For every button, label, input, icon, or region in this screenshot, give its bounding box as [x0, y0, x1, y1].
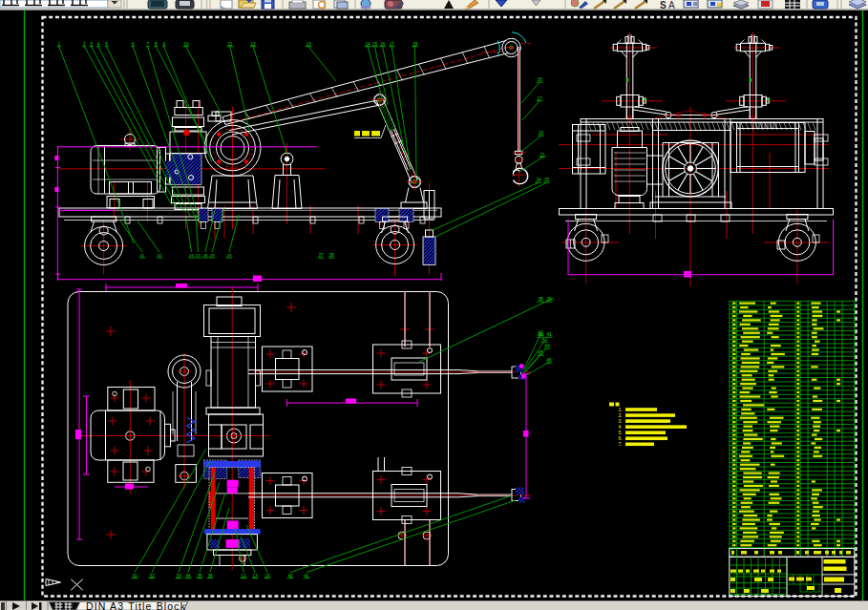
- svg-text:2: 2: [83, 42, 86, 47]
- svg-text:A: A: [668, 0, 675, 11]
- svg-text:38: 38: [538, 297, 543, 302]
- svg-text:31: 31: [140, 253, 145, 258]
- svg-text:28: 28: [328, 253, 334, 258]
- svg-text:36: 36: [207, 574, 213, 578]
- svg-text:DIN A3 Title Block: DIN A3 Title Block: [86, 600, 186, 610]
- svg-text:26: 26: [189, 253, 194, 258]
- svg-text:31: 31: [132, 574, 138, 578]
- svg-text:11: 11: [227, 42, 232, 47]
- svg-text:17: 17: [537, 96, 542, 101]
- svg-text:7.: 7.: [619, 441, 623, 447]
- svg-text:S: S: [660, 0, 667, 11]
- svg-text:7: 7: [146, 42, 149, 47]
- svg-text:33: 33: [176, 574, 181, 578]
- svg-text:29: 29: [227, 253, 232, 258]
- svg-text:41: 41: [546, 332, 552, 337]
- svg-text:5: 5: [105, 42, 108, 47]
- svg-text:27: 27: [318, 253, 324, 258]
- svg-text:25: 25: [544, 178, 550, 182]
- svg-text:44: 44: [544, 344, 550, 348]
- svg-text:12: 12: [241, 574, 246, 578]
- svg-text:41: 41: [304, 574, 309, 578]
- svg-text:12: 12: [250, 42, 256, 47]
- svg-text:24: 24: [536, 178, 541, 182]
- svg-text:15: 15: [372, 42, 378, 47]
- svg-text:28: 28: [203, 253, 208, 258]
- svg-text:32: 32: [149, 574, 155, 578]
- svg-text:6: 6: [132, 42, 135, 47]
- svg-text:10: 10: [183, 42, 189, 47]
- svg-text:27: 27: [196, 253, 201, 258]
- svg-text:17: 17: [390, 42, 395, 47]
- svg-text:32: 32: [158, 253, 162, 258]
- svg-text:14: 14: [365, 42, 370, 47]
- svg-text:43: 43: [541, 337, 547, 342]
- svg-text:1: 1: [57, 42, 60, 47]
- svg-text:29: 29: [210, 253, 215, 258]
- svg-text:23: 23: [265, 574, 270, 578]
- svg-text:13: 13: [306, 42, 311, 47]
- svg-text:20: 20: [539, 131, 544, 136]
- svg-text:4: 4: [97, 42, 100, 47]
- svg-text:18: 18: [413, 42, 418, 47]
- svg-text:16: 16: [537, 77, 542, 82]
- svg-text:9: 9: [162, 42, 165, 47]
- svg-text:40: 40: [287, 574, 293, 578]
- svg-text:40: 40: [538, 332, 543, 337]
- svg-text:8: 8: [155, 42, 158, 47]
- svg-text:21: 21: [540, 153, 545, 158]
- svg-text:39: 39: [546, 297, 552, 302]
- svg-text:16: 16: [380, 42, 386, 47]
- svg-text:13: 13: [252, 574, 258, 578]
- svg-text:34: 34: [185, 574, 191, 578]
- svg-text:3: 3: [90, 42, 93, 47]
- svg-text:46: 46: [546, 358, 552, 363]
- svg-text:45: 45: [538, 350, 543, 355]
- svg-text:35: 35: [197, 574, 202, 578]
